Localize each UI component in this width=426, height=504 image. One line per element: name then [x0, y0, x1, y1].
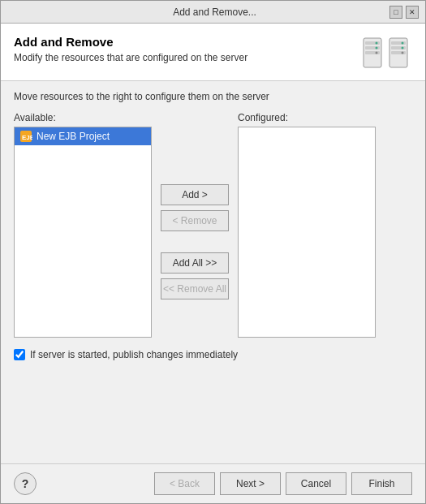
configured-list[interactable] — [238, 127, 376, 338]
back-button[interactable]: < Back — [154, 472, 215, 495]
publish-checkbox-label: If server is started, publish changes im… — [30, 349, 238, 360]
add-button[interactable]: Add > — [161, 184, 229, 205]
content-area: Move resources to the right to configure… — [1, 81, 425, 463]
svg-point-12 — [402, 47, 404, 50]
page-subtitle: Modify the resources that are configured… — [14, 52, 247, 63]
configured-label: Configured: — [238, 112, 376, 123]
svg-point-11 — [402, 42, 404, 45]
svg-point-5 — [376, 47, 378, 50]
list-item[interactable]: EJB New EJB Project — [15, 127, 151, 145]
ejb-icon: EJB — [19, 130, 32, 143]
svg-point-6 — [376, 52, 378, 54]
title-bar-text: Add and Remove... — [40, 6, 389, 18]
remove-button[interactable]: < Remove — [161, 210, 229, 231]
server-icon — [362, 37, 386, 69]
add-all-button[interactable]: Add All >> — [161, 252, 229, 274]
close-button[interactable]: ✕ — [406, 6, 419, 19]
publish-checkbox-row: If server is started, publish changes im… — [14, 349, 412, 360]
svg-text:EJB: EJB — [22, 134, 32, 141]
finish-button[interactable]: Finish — [351, 472, 412, 495]
available-label: Available: — [14, 112, 152, 123]
available-item-label: New EJB Project — [37, 131, 110, 142]
configured-panel: Configured: — [238, 112, 376, 338]
available-list[interactable]: EJB New EJB Project — [14, 127, 152, 338]
footer-area: ? < Back Next > Cancel Finish — [1, 463, 425, 503]
header-area: Add and Remove Modify the resources that… — [1, 24, 425, 81]
instruction-text: Move resources to the right to configure… — [14, 91, 412, 102]
cancel-button[interactable]: Cancel — [286, 472, 346, 495]
svg-point-4 — [376, 42, 378, 45]
middle-buttons: Add > < Remove Add All >> << Remove All — [158, 112, 231, 323]
server-icon-group — [362, 37, 412, 69]
panels-row: Available: EJB New EJB Project Add > < R… — [14, 112, 412, 338]
minimize-button[interactable]: □ — [389, 6, 402, 19]
next-button[interactable]: Next > — [220, 472, 281, 495]
footer-buttons: < Back Next > Cancel Finish — [154, 472, 412, 495]
help-button[interactable]: ? — [14, 472, 37, 495]
main-window: Add and Remove... □ ✕ Add and Remove Mod… — [0, 0, 426, 504]
svg-point-13 — [402, 52, 404, 54]
publish-checkbox[interactable] — [14, 349, 25, 360]
title-bar: Add and Remove... □ ✕ — [1, 1, 425, 24]
available-panel: Available: EJB New EJB Project — [14, 112, 152, 338]
server-icon-2 — [388, 37, 412, 69]
page-title: Add and Remove — [14, 35, 247, 49]
remove-all-button[interactable]: << Remove All — [161, 278, 229, 299]
